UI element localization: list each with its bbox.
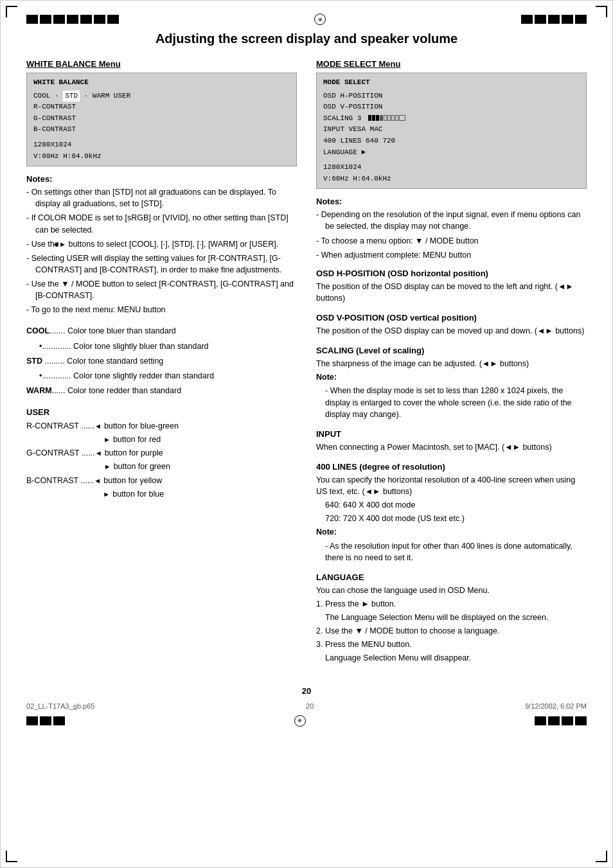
corner-mark-tr bbox=[596, 6, 607, 17]
input-title: INPUT bbox=[316, 429, 587, 439]
r-left-icon bbox=[94, 420, 102, 433]
wb-menu-line7: V:60Hz H:64.0kHz bbox=[33, 151, 290, 163]
input-section: INPUT When connecting a Power Macintosh,… bbox=[316, 429, 587, 453]
user-section: USER R-CONTRAST ...... button for blue-g… bbox=[26, 407, 297, 502]
ms-line-input: INPUT VESA MAC bbox=[323, 124, 580, 136]
scaling-text: The sharpness of the image can be adjust… bbox=[316, 358, 587, 369]
user-title: USER bbox=[26, 407, 297, 417]
language-step3-detail: Language Selection Menu will disappear. bbox=[316, 652, 587, 664]
wb-note-1: On settings other than [STD] not all gra… bbox=[26, 186, 297, 209]
black-bar-right bbox=[521, 15, 587, 24]
r-left-label: button for blue-green bbox=[104, 420, 179, 433]
reg-circle: ⊕ bbox=[314, 13, 326, 25]
400lines-text: You can specify the horizontal resolutio… bbox=[316, 474, 587, 497]
std-item: STD ......... Color tone standard settin… bbox=[26, 355, 297, 368]
reg-circle-bottom: ⊕ bbox=[294, 715, 306, 727]
400lines-title: 400 LINES (degree of resolution) bbox=[316, 462, 587, 472]
wb-notes-list: On settings other than [STD] not all gra… bbox=[26, 186, 297, 315]
wb-menu-line1: COOL · STD · WARM USER bbox=[33, 91, 290, 102]
cool-item: COOL....... Color tone bluer than standa… bbox=[26, 324, 297, 338]
b-left-label: button for yellow bbox=[103, 474, 162, 488]
user-table: R-CONTRAST ...... button for blue-green … bbox=[26, 420, 297, 502]
reg-mark-center: ⊕ bbox=[314, 13, 326, 25]
g-contrast-label: G-CONTRAST ...... bbox=[26, 447, 95, 460]
g-right-label: button for green bbox=[114, 460, 170, 474]
black-bar-bottom-right bbox=[535, 716, 587, 725]
reg-mark-bottom-center: ⊕ bbox=[294, 715, 306, 727]
ms-note-2: To choose a menu option: ▼ / MODE button bbox=[316, 235, 587, 247]
scaling-note-title: Note: bbox=[316, 371, 587, 383]
r-right-label: button for red bbox=[113, 433, 161, 447]
footer-center: 20 bbox=[306, 702, 314, 710]
wb-note-5: Use the ▼ / MODE button to select [R-CON… bbox=[26, 278, 297, 301]
b-contrast-label: B-CONTRAST ...... bbox=[26, 474, 94, 488]
language-title: LANGUAGE bbox=[316, 572, 587, 582]
corner-mark-bl bbox=[6, 851, 17, 862]
scaling-title: SCALING (Level of scaling) bbox=[316, 346, 587, 355]
r-contrast-label: R-CONTRAST ...... bbox=[26, 420, 94, 433]
ms-notes-title: Notes: bbox=[316, 197, 587, 206]
wb-std-selected: STD bbox=[63, 91, 80, 102]
left-column: WHITE BALANCE Menu WHITE BALANCE COOL · … bbox=[26, 59, 297, 673]
g-right-btn-line: button for green bbox=[95, 460, 170, 474]
osd-h-section: OSD H-POSITION (OSD horizontal position)… bbox=[316, 269, 587, 304]
osd-v-section: OSD V-POSITION (OSD vertical position) T… bbox=[316, 313, 587, 337]
wb-note-4: Selecting USER will display the setting … bbox=[26, 252, 297, 276]
ms-note-1: Depending on the resolution of the input… bbox=[316, 209, 587, 232]
ms-notes-list: Depending on the resolution of the input… bbox=[316, 209, 587, 261]
page-title: Adjusting the screen display and speaker… bbox=[20, 31, 593, 46]
tri-pair-1: ◄► bbox=[61, 240, 66, 250]
b-contrast-row: B-CONTRAST ...... button for yellow butt… bbox=[26, 474, 297, 502]
language-section: LANGUAGE You can chose the language used… bbox=[316, 572, 587, 664]
wb-note-3: Use the ◄► buttons to select [COOL], [·]… bbox=[26, 238, 297, 250]
footer: 02_LL-T17A3_gb.p65 20 9/12/2002, 6:02 PM bbox=[20, 702, 593, 710]
ms-line-res: 1280X1024 bbox=[323, 162, 580, 173]
wb-menu-line4: B-CONTRAST bbox=[33, 124, 290, 136]
g-right-icon bbox=[104, 460, 111, 474]
b-contrast-btns: button for yellow button for blue bbox=[94, 474, 164, 502]
osd-h-text: The position of the OSD display can be m… bbox=[316, 281, 587, 304]
mode-select-section-title: MODE SELECT Menu bbox=[316, 59, 587, 69]
language-step1-detail: The Language Selection Menu will be disp… bbox=[316, 612, 587, 623]
wb-menu-title: WHITE BALANCE bbox=[33, 77, 290, 89]
400lines-640: 640: 640 X 400 dot mode bbox=[316, 499, 587, 511]
input-text: When connecting a Power Macintosh, set t… bbox=[316, 441, 587, 453]
ms-line-language: LANGUAGE ► bbox=[323, 147, 580, 159]
language-step1: 1. Press the ► button. bbox=[316, 598, 587, 610]
b-right-label: button for blue bbox=[112, 488, 164, 501]
page-number: 20 bbox=[20, 686, 593, 696]
g-left-label: button for purple bbox=[105, 447, 163, 460]
black-bar-left bbox=[26, 15, 119, 24]
wb-menu-line2: R-CONTRAST bbox=[33, 102, 290, 113]
400lines-720: 720: 720 X 400 dot mode (US text etc.) bbox=[316, 513, 587, 524]
white-balance-menu-box: WHITE BALANCE COOL · STD · WARM USER R-C… bbox=[26, 73, 297, 166]
wb-menu-line3: G-CONTRAST bbox=[33, 113, 290, 125]
two-col-layout: WHITE BALANCE Menu WHITE BALANCE COOL · … bbox=[20, 59, 593, 673]
black-bar-bottom-left bbox=[26, 716, 65, 725]
g-contrast-row: G-CONTRAST ...... button for purple butt… bbox=[26, 447, 297, 474]
400lines-note-text: - As the resolution input for other than… bbox=[316, 540, 587, 563]
scaling-bar bbox=[368, 115, 405, 121]
mode-select-menu-box: MODE SELECT OSD H-POSITION OSD V-POSITIO… bbox=[316, 73, 587, 189]
cool-bullet: •............. Color tone slightly bluer… bbox=[26, 340, 297, 353]
osd-h-title: OSD H-POSITION (OSD horizontal position) bbox=[316, 269, 587, 278]
ms-note-3: When adjustment complete: MENU button bbox=[316, 249, 587, 261]
language-step3: 3. Press the MENU button. bbox=[316, 639, 587, 650]
b-left-icon bbox=[94, 474, 101, 488]
b-left-btn-line: button for yellow bbox=[94, 474, 164, 488]
color-tones-section: COOL....... Color tone bluer than standa… bbox=[26, 324, 297, 398]
b-right-icon bbox=[103, 488, 110, 501]
wb-note-6: To go to the next menu: MENU button bbox=[26, 304, 297, 315]
language-intro: You can chose the language used in OSD M… bbox=[316, 585, 587, 596]
wb-menu-line6: 1280X1024 bbox=[33, 139, 290, 151]
r-left-btn-line: button for blue-green bbox=[94, 420, 179, 433]
ms-line-osd-h: OSD H-POSITION bbox=[323, 91, 580, 102]
right-column: MODE SELECT Menu MODE SELECT OSD H-POSIT… bbox=[316, 59, 587, 673]
g-left-icon bbox=[95, 447, 102, 460]
language-step2: 2. Use the ▼ / MODE button to choose a l… bbox=[316, 625, 587, 637]
std-bullet: •............. Color tone slightly redde… bbox=[26, 369, 297, 383]
scaling-section: SCALING (Level of scaling) The sharpness… bbox=[316, 346, 587, 420]
ms-line-osd-v: OSD V-POSITION bbox=[323, 102, 580, 113]
white-balance-section-title: WHITE BALANCE Menu bbox=[26, 59, 297, 69]
footer-right: 9/12/2002, 6:02 PM bbox=[525, 702, 587, 710]
